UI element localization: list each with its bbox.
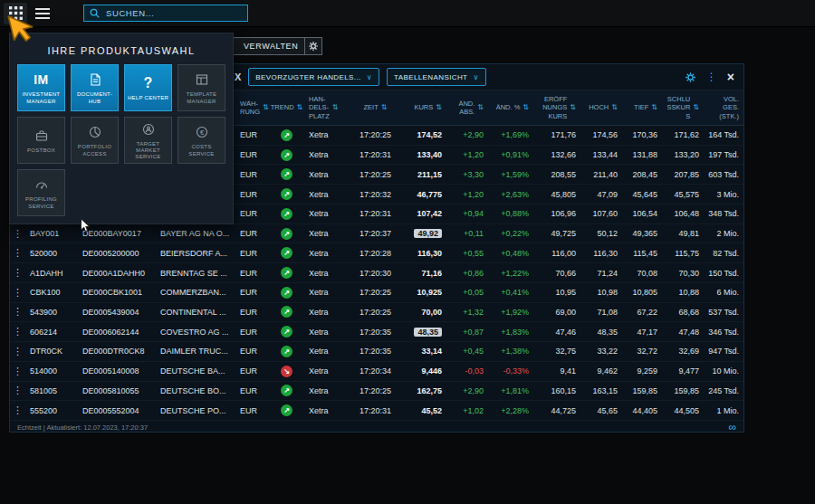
row-menu-button[interactable]: ⋮ — [10, 243, 28, 262]
trend-cell: ↗ — [269, 322, 307, 341]
open-cell: 70,66 — [533, 263, 580, 282]
change-abs-cell: +1,32 — [446, 303, 488, 322]
sort-icon[interactable]: ⇅ — [523, 103, 529, 112]
table-row[interactable]: ⋮606214DE0006062144COVESTRO AG ...EUR↗Xe… — [10, 322, 743, 342]
trend-up-icon: ↗ — [281, 346, 292, 357]
panel-close-button[interactable]: × — [727, 71, 734, 83]
price-cell: 33,14 — [399, 342, 446, 361]
change-abs-cell: +0,86 — [446, 263, 488, 282]
app-tile-costs-service[interactable]: € COSTS SERVICE — [177, 117, 225, 164]
high-cell: 33,22 — [580, 342, 622, 361]
trend-up-icon: ↗ — [281, 168, 292, 180]
change-abs-cell: +0,45 — [446, 342, 488, 361]
change-pct-cell: +1,81% — [488, 382, 533, 401]
table-row[interactable]: ⋮DTR0CKDE000DTR0CK8DAIMLER TRUC...EUR↗Xe… — [10, 342, 743, 362]
table-row[interactable]: ⋮514000DE0005140008DEUTSCHE BA...EUR↘Xet… — [10, 362, 743, 382]
trend-cell: ↗ — [269, 126, 307, 145]
column-header-time[interactable]: ZEIT⇅ — [354, 90, 399, 125]
app-tile-template-manager[interactable]: TEMPLATE MANAGER — [177, 64, 225, 111]
table-row[interactable]: ⋮581005DE0005810055DEUTSCHE BO...EUR↗Xet… — [10, 382, 743, 402]
price-flash-highlight: 49,92 — [414, 229, 442, 238]
price-cell: 162,75 — [399, 382, 446, 401]
table-row[interactable]: ⋮CBK100DE000CBK1001COMMERZBAN...EUR↗Xetr… — [10, 283, 743, 303]
table-row[interactable]: ⋮555200DE0005552004DEUTSCHE PO...EUR↗Xet… — [10, 401, 743, 421]
row-menu-button[interactable]: ⋮ — [10, 401, 28, 420]
sort-icon[interactable]: ⇅ — [477, 103, 484, 112]
tile-label: PROFILING SERVICE — [18, 196, 64, 209]
trend-cell: ↗ — [269, 224, 307, 243]
main-menu-button[interactable] — [31, 3, 54, 24]
sort-icon[interactable]: ⇅ — [297, 103, 303, 112]
app-tile-help-center[interactable]: ? HELP CENTER — [124, 64, 172, 111]
table-row[interactable]: ⋮543900DE0005439004CONTINENTAL ...EUR↗Xe… — [10, 303, 743, 323]
row-menu-button[interactable]: ⋮ — [10, 342, 28, 361]
row-menu-button[interactable]: ⋮ — [10, 283, 28, 302]
change-pct-cell: -0,33% — [488, 362, 533, 381]
preferred-venue-select[interactable]: BEVORZUGTER HANDELS... ∨ — [248, 68, 379, 86]
volume-cell: 346 Tsd. — [704, 322, 743, 341]
isin-cell: DE0005140008 — [81, 362, 158, 381]
row-menu-button[interactable]: ⋮ — [10, 382, 28, 401]
panel-settings-button[interactable] — [685, 71, 696, 83]
currency-cell: EUR — [238, 362, 269, 381]
table-row[interactable]: ⋮520000DE0005200000BEIERSDORF A...EUR↗Xe… — [10, 243, 743, 263]
wkn-cell: BAY001 — [28, 224, 81, 243]
risk-gauge-icon — [34, 176, 49, 194]
sort-icon[interactable]: ⇅ — [381, 103, 388, 112]
app-tile-profiling-service[interactable]: PROFILING SERVICE — [17, 169, 65, 216]
column-header-open[interactable]: ERÖFF NUNGS KURS⇅ — [533, 90, 580, 125]
table-view-select[interactable]: TABELLENANSICHT ∨ — [387, 68, 486, 86]
table-row[interactable]: ⋮BAY001DE000BAY0017BAYER AG NA O...EUR↗X… — [10, 224, 743, 244]
sort-icon[interactable]: ⇅ — [263, 103, 269, 112]
isin-cell: DE0005439004 — [81, 303, 158, 322]
volume-cell: 82 Tsd. — [704, 243, 743, 262]
column-header-currency[interactable]: WÄH- RUNG⇅ — [238, 90, 269, 125]
column-header-chg_pct[interactable]: ÄND. %⇅ — [488, 90, 533, 125]
name-cell: BAYER AG NA O... — [158, 224, 238, 243]
row-menu-button[interactable]: ⋮ — [10, 224, 28, 243]
row-menu-button[interactable]: ⋮ — [10, 362, 28, 381]
column-header-low[interactable]: TIEF⇅ — [622, 90, 662, 125]
isin-cell: DE0005552004 — [81, 401, 158, 420]
search-box[interactable] — [83, 5, 248, 22]
svg-text:€: € — [199, 128, 204, 137]
open-cell: 171,76 — [533, 126, 580, 145]
app-tile-investment-manager[interactable]: IM INVESTMENT MANAGER — [17, 64, 65, 111]
app-tile-portfolio-access[interactable]: PORTFOLIO ACCESS — [71, 117, 119, 164]
close-cell: 115,75 — [662, 243, 704, 262]
name-cell: COVESTRO AG ... — [158, 322, 238, 341]
search-input[interactable] — [104, 7, 242, 19]
manage-button[interactable]: VERWALTEN — [232, 37, 310, 55]
column-header-venue[interactable]: HAN- DELS- PLATZ⇅ — [307, 90, 354, 125]
row-menu-button[interactable]: ⋮ — [10, 322, 28, 341]
column-header-trend[interactable]: TREND⇅ — [269, 90, 307, 125]
table-row[interactable]: ⋮A1DAHHDE000A1DAHH0BRENNTAG SE ...EUR↗Xe… — [10, 263, 743, 283]
column-label: ÄND. % — [496, 103, 521, 111]
row-menu-button[interactable]: ⋮ — [10, 303, 28, 322]
sort-icon[interactable]: ⇅ — [570, 103, 576, 112]
row-menu-button[interactable]: ⋮ — [10, 263, 28, 282]
toolbar-settings-button[interactable] — [304, 37, 322, 55]
column-header-price[interactable]: KURS⇅ — [399, 90, 446, 125]
sort-icon[interactable]: ⇅ — [611, 103, 618, 112]
briefcase-icon — [34, 127, 49, 145]
sort-icon[interactable]: ⇅ — [332, 103, 339, 112]
name-cell: DEUTSCHE BO... — [158, 382, 238, 401]
wkn-cell: 581005 — [28, 382, 81, 401]
trend-up-icon: ↗ — [281, 404, 292, 416]
apps-grid-button[interactable] — [4, 3, 27, 24]
sort-icon[interactable]: ⇅ — [693, 103, 699, 112]
sort-icon[interactable]: ⇅ — [436, 103, 442, 112]
high-cell: 10,98 — [580, 283, 622, 302]
app-tile-document-hub[interactable]: DOCUMENT-HUB — [71, 64, 119, 111]
column-header-high[interactable]: HOCH⇅ — [580, 90, 622, 125]
app-tile-target-market-service[interactable]: TARGET MARKET SERVICE — [124, 117, 172, 164]
close-cell: 44,505 — [662, 401, 704, 420]
sort-icon[interactable]: ⇅ — [651, 103, 657, 112]
panel-menu-button[interactable]: ⋮ — [706, 71, 717, 82]
venue-cell: Xetra — [307, 165, 354, 184]
low-cell: 208,45 — [622, 165, 662, 184]
column-header-chg_abs[interactable]: ÄND. ABS.⇅ — [446, 90, 488, 125]
column-header-close[interactable]: SCHLU SSKUR S⇅ — [662, 90, 704, 125]
app-tile-postbox[interactable]: POSTBOX — [17, 117, 65, 164]
